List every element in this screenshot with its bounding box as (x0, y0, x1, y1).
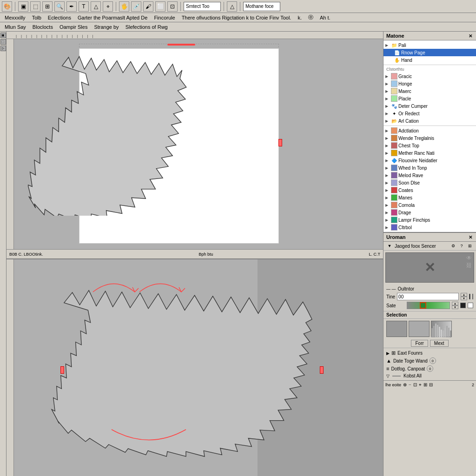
preview-chain-icon[interactable]: ⛓ (466, 262, 472, 269)
menu-k[interactable]: k. (295, 14, 304, 21)
tool-zoom-icon[interactable]: 🔍 (54, 1, 65, 12)
status-icon-3[interactable]: ⊡ (413, 382, 417, 387)
tool-measure-icon[interactable]: ⌖ (103, 1, 113, 12)
tree-gracic[interactable]: ▶ Gracic (383, 73, 476, 80)
tree-adctlation[interactable]: ▶ Adctlation (383, 127, 476, 134)
tool-pen-icon[interactable]: ✒ (66, 1, 77, 12)
tree-lampr[interactable]: ▶ Lampr Finchips (383, 216, 476, 224)
uroman-close-btn[interactable]: ✕ (468, 235, 473, 240)
matiere-close-btn[interactable]: ✕ (468, 33, 473, 39)
menu-strange[interactable]: Strange by (91, 23, 121, 31)
tree-cornola[interactable]: ▶ Cornola (383, 201, 476, 209)
status-icon-4[interactable]: ⌖ (419, 382, 422, 388)
tree-drage[interactable]: ▶ Drage (383, 209, 476, 216)
menu-slefections[interactable]: Slefections of Rwg (123, 23, 171, 31)
thumb-2[interactable] (409, 321, 430, 337)
tree-arl-cation[interactable]: ▶ 📂 Arl Cation (383, 117, 476, 125)
tree-item-rnow-page[interactable]: 📄 Rnow Page (383, 49, 476, 56)
menu-tolb[interactable]: Tolb (29, 14, 44, 21)
tree-deter-cumper[interactable]: ▶ 🐾 Deter Cumper (383, 102, 476, 110)
menu-e[interactable]: ⓔ (305, 13, 316, 22)
uroman-collapse-btn[interactable]: ▼ (386, 243, 393, 249)
sate-handle[interactable] (420, 302, 426, 309)
red-arc-arrows (88, 273, 191, 299)
tree-mether[interactable]: ▶ Mether Ranc Nati (383, 149, 476, 157)
tine-input[interactable] (397, 293, 459, 300)
app-logo-icon[interactable]: 🎨 (2, 1, 12, 12)
menu-garter[interactable]: Garter the Poarmaslt Apted De (75, 14, 150, 21)
status-icon-6[interactable]: ⊟ (429, 382, 433, 387)
tool-paint-icon[interactable]: 🖌 (143, 1, 153, 12)
tree-soon[interactable]: ▶ Soon Dlse (383, 179, 476, 186)
tree-wende[interactable]: ▶ Wende Treglalnis (383, 134, 476, 142)
menu-eclections[interactable]: Eclections (45, 14, 74, 21)
wende-label: Wende Treglalnis (398, 136, 434, 141)
uroman-help-btn[interactable]: ? (458, 243, 465, 249)
status-num: 2 (472, 383, 474, 387)
tool-eyedrop-icon[interactable]: 💉 (131, 1, 141, 12)
sate-row: Sate ▲ ▼ (386, 302, 473, 309)
canvas-work-top[interactable] (14, 39, 383, 249)
tool-eraser-icon[interactable]: ⬜ (155, 1, 165, 12)
tree-item-pali[interactable]: ▶ 📁 Pali (383, 41, 476, 49)
menu-fincorule[interactable]: Fincorule (151, 14, 178, 21)
ored-label: Or Redect (398, 111, 420, 116)
left-tool-2[interactable]: ⬚ (0, 39, 6, 45)
tree-item-hand[interactable]: ✋ Hand (383, 56, 476, 64)
wand-icon: ▲ (386, 358, 391, 364)
tree-whed[interactable]: ▶ Whed In Tonp (383, 164, 476, 172)
tool-move-icon[interactable]: ⬚ (30, 1, 40, 12)
tine-down[interactable]: ▼ (461, 297, 467, 300)
tool-hand-icon[interactable]: 🖐 (119, 1, 129, 12)
tree-honge[interactable]: ▶ Honge (383, 80, 476, 87)
menu-mlun-say[interactable]: Mlun Say (2, 23, 29, 31)
tine-spinner[interactable]: ▲ ▼ (461, 293, 467, 300)
sate-down[interactable]: ▼ (452, 305, 458, 309)
tree-chest-top[interactable]: ▶ Chest Top (383, 142, 476, 149)
menu-bloclocts[interactable]: Bloclocts (30, 23, 56, 31)
tree-placle[interactable]: ▶ Placle (383, 95, 476, 102)
tool-shape-icon[interactable]: △ (91, 1, 101, 12)
status-icon-5[interactable]: ⊞ (423, 382, 427, 387)
maerc-label: Maerc (398, 89, 411, 94)
tree-maerc[interactable]: ▶ Maerc (383, 87, 476, 95)
pali-icon: 📁 (391, 42, 397, 48)
tree-or-redect[interactable]: ▶ ✦ Or Redect (383, 110, 476, 117)
tool-select-icon[interactable]: ▣ (18, 1, 28, 12)
tine-label: Tine (386, 294, 395, 299)
mathere-dropdown[interactable]: Mothane foce (243, 2, 280, 11)
tree-coates[interactable]: ▶ Coates (383, 186, 476, 194)
forr-button[interactable]: Forr (411, 340, 428, 347)
tree-cltrbol[interactable]: ▶ Cltrbol (383, 224, 476, 231)
select-tool-dropdown[interactable]: Srntect Too (184, 2, 221, 11)
status-icon-2: ·· (409, 382, 411, 387)
uroman-settings-btn[interactable]: ⚙ (450, 243, 456, 249)
mext-button[interactable]: Mext (430, 340, 449, 347)
left-tool-1[interactable]: ▣ (0, 33, 6, 38)
3d-icon[interactable]: △ (227, 1, 237, 12)
tool-crop-icon[interactable]: ⊞ (42, 1, 53, 12)
menu-oampir[interactable]: Oampir Sles (57, 23, 91, 31)
left-tool-3[interactable]: ▷ (0, 46, 6, 51)
menu-there[interactable]: There ofivuctions Rigctation k to Croie … (179, 14, 294, 21)
tine-up[interactable]: ▲ (461, 293, 467, 297)
uroman-bottom-tools: ▶ ⊞ Eaxt Founrs ▲ Date Toge Wand 0 ≡ Dot… (383, 348, 476, 380)
thumb-histogram[interactable] (431, 321, 452, 337)
menu-ah[interactable]: Ah t. (317, 14, 333, 21)
tree-melod[interactable]: ▶ Melod Rave (383, 172, 476, 179)
thumb-1[interactable] (386, 321, 407, 337)
tree-flouovire[interactable]: ▶ 🔷 Flouovire Neidatler (383, 157, 476, 164)
uroman-expand-btn[interactable]: ⊞ (467, 243, 473, 249)
tool-clone-icon[interactable]: ⊡ (167, 1, 178, 12)
status-icon-1[interactable]: ⊕ (403, 382, 407, 387)
menu-mexxxilly[interactable]: Mexxxilly (2, 14, 28, 21)
tool-text-icon[interactable]: T (79, 1, 89, 12)
preview-eye-icon[interactable]: 👁 (466, 255, 472, 261)
tree-manes[interactable]: ▶ Manes (383, 194, 476, 201)
svg-rect-10 (450, 331, 451, 337)
mether-arrow: ▶ (385, 151, 390, 155)
sate-gradient-bar[interactable] (407, 302, 450, 309)
canvas-work-bottom[interactable] (14, 259, 258, 476)
sate-up[interactable]: ▲ (452, 302, 458, 305)
sate-spinner[interactable]: ▲ ▼ (452, 302, 458, 309)
